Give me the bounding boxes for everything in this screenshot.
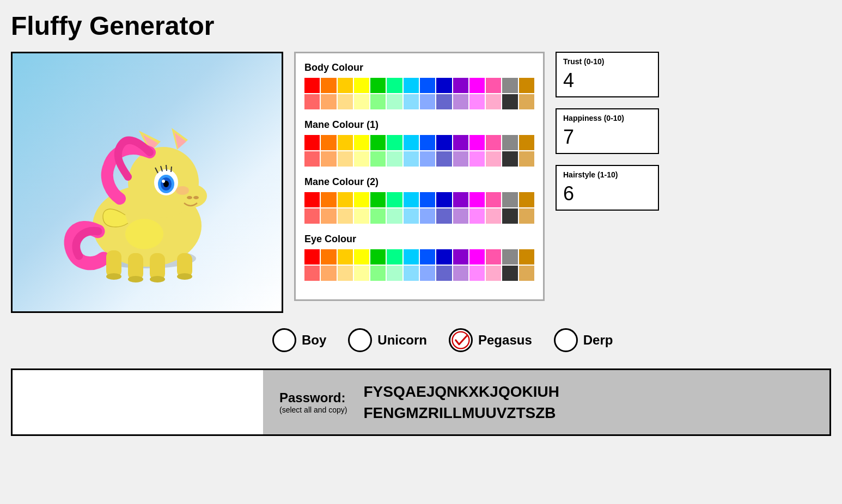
color-cell-eye-21[interactable] [420,266,435,281]
color-cell-mane2-25[interactable] [486,208,501,224]
color-cell-mane1-6[interactable] [404,135,419,150]
color-cell-mane2-13[interactable] [519,192,534,207]
color-cell-mane1-20[interactable] [404,151,419,167]
color-cell-eye-17[interactable] [354,266,369,281]
color-cell-body-11[interactable] [486,78,501,93]
color-cell-eye-25[interactable] [486,266,501,281]
color-cell-mane1-17[interactable] [354,151,369,167]
color-cell-mane1-14[interactable] [304,151,320,167]
option-derp[interactable]: Derp [554,328,613,352]
color-cell-mane1-5[interactable] [387,135,402,150]
color-cell-mane2-7[interactable] [420,192,435,207]
color-cell-mane1-8[interactable] [436,135,451,150]
color-cell-mane1-2[interactable] [338,135,353,150]
color-cell-mane2-8[interactable] [436,192,451,207]
color-cell-eye-9[interactable] [453,249,468,265]
color-cell-eye-20[interactable] [404,266,419,281]
color-cell-mane2-11[interactable] [486,192,501,207]
color-cell-eye-2[interactable] [338,249,353,265]
color-cell-mane1-21[interactable] [420,151,435,167]
color-cell-body-2[interactable] [338,78,353,93]
color-cell-mane1-25[interactable] [486,151,501,167]
radio-unicorn[interactable] [348,328,372,352]
color-cell-mane2-26[interactable] [502,208,517,224]
color-cell-body-1[interactable] [321,78,336,93]
color-cell-eye-6[interactable] [404,249,419,265]
color-cell-mane2-12[interactable] [502,192,517,207]
color-cell-mane2-3[interactable] [354,192,369,207]
color-cell-mane2-18[interactable] [370,208,386,224]
color-cell-body-20[interactable] [404,94,419,109]
color-cell-body-10[interactable] [469,78,485,93]
color-cell-mane2-24[interactable] [469,208,485,224]
color-cell-body-7[interactable] [420,78,435,93]
color-cell-mane1-23[interactable] [453,151,468,167]
color-cell-eye-16[interactable] [338,266,353,281]
password-value[interactable]: FYSQAEJQNKXKJQOKIUHFENGMZRILLMUUVZTSZB [364,381,559,423]
option-pegasus[interactable]: Pegasus [449,328,532,352]
color-cell-mane2-4[interactable] [370,192,386,207]
color-cell-body-4[interactable] [370,78,386,93]
color-cell-eye-23[interactable] [453,266,468,281]
color-cell-eye-7[interactable] [420,249,435,265]
color-cell-mane1-24[interactable] [469,151,485,167]
color-cell-mane2-15[interactable] [321,208,336,224]
color-cell-eye-27[interactable] [519,266,534,281]
color-cell-mane2-2[interactable] [338,192,353,207]
color-cell-eye-3[interactable] [354,249,369,265]
color-cell-eye-0[interactable] [304,249,320,265]
color-cell-mane1-19[interactable] [387,151,402,167]
color-cell-body-15[interactable] [321,94,336,109]
color-cell-mane1-12[interactable] [502,135,517,150]
color-cell-mane2-16[interactable] [338,208,353,224]
color-cell-body-0[interactable] [304,78,320,93]
color-cell-body-25[interactable] [486,94,501,109]
color-cell-body-16[interactable] [338,94,353,109]
color-cell-body-26[interactable] [502,94,517,109]
radio-boy[interactable] [272,328,296,352]
color-cell-body-6[interactable] [404,78,419,93]
color-cell-body-22[interactable] [436,94,451,109]
color-cell-mane1-4[interactable] [370,135,386,150]
color-cell-eye-14[interactable] [304,266,320,281]
color-cell-body-21[interactable] [420,94,435,109]
color-cell-body-9[interactable] [453,78,468,93]
color-cell-body-13[interactable] [519,78,534,93]
color-cell-mane1-0[interactable] [304,135,320,150]
color-cell-mane2-6[interactable] [404,192,419,207]
color-cell-eye-10[interactable] [469,249,485,265]
color-cell-eye-22[interactable] [436,266,451,281]
color-cell-mane2-9[interactable] [453,192,468,207]
color-cell-eye-19[interactable] [387,266,402,281]
color-cell-body-8[interactable] [436,78,451,93]
color-cell-eye-15[interactable] [321,266,336,281]
option-unicorn[interactable]: Unicorn [348,328,427,352]
color-cell-eye-8[interactable] [436,249,451,265]
color-cell-body-14[interactable] [304,94,320,109]
color-cell-mane1-9[interactable] [453,135,468,150]
color-cell-mane2-5[interactable] [387,192,402,207]
color-cell-mane1-13[interactable] [519,135,534,150]
color-cell-mane2-10[interactable] [469,192,485,207]
color-cell-eye-5[interactable] [387,249,402,265]
color-cell-mane2-19[interactable] [387,208,402,224]
color-cell-mane1-27[interactable] [519,151,534,167]
color-cell-mane2-20[interactable] [404,208,419,224]
color-cell-mane1-16[interactable] [338,151,353,167]
option-boy[interactable]: Boy [272,328,326,352]
color-cell-body-27[interactable] [519,94,534,109]
color-cell-body-5[interactable] [387,78,402,93]
color-cell-body-23[interactable] [453,94,468,109]
radio-pegasus[interactable] [449,328,473,352]
color-cell-body-3[interactable] [354,78,369,93]
color-cell-mane2-0[interactable] [304,192,320,207]
color-cell-mane1-7[interactable] [420,135,435,150]
color-cell-mane2-23[interactable] [453,208,468,224]
color-cell-mane2-17[interactable] [354,208,369,224]
color-cell-mane1-10[interactable] [469,135,485,150]
color-cell-mane1-26[interactable] [502,151,517,167]
color-cell-eye-12[interactable] [502,249,517,265]
color-cell-mane1-1[interactable] [321,135,336,150]
color-cell-mane2-22[interactable] [436,208,451,224]
color-cell-body-24[interactable] [469,94,485,109]
